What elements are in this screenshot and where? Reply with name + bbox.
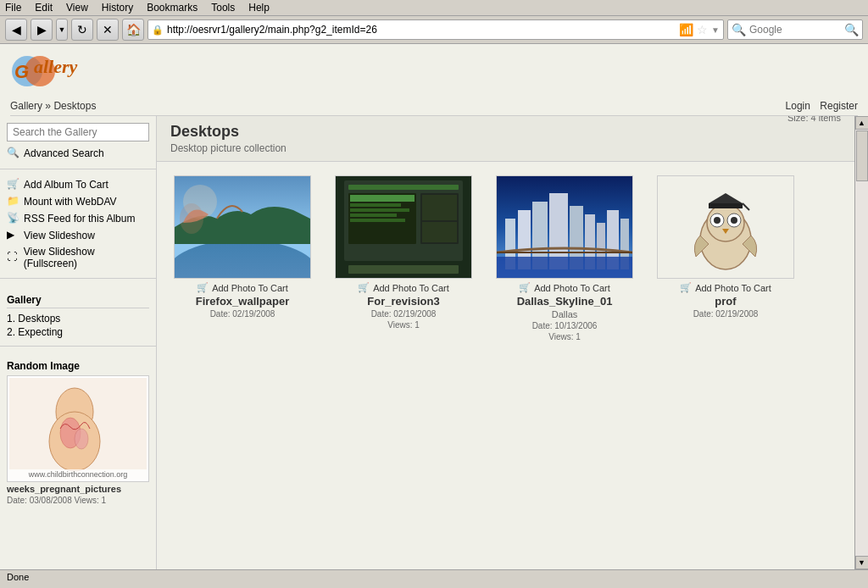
- photo-name-1: For_revision3: [331, 295, 476, 308]
- prof-thumb-image: [658, 176, 793, 278]
- sidebar-random-section: Random Image: [0, 347, 156, 512]
- random-image-name[interactable]: weeks_pregnant_pictures: [7, 482, 149, 496]
- album-description: Desktop picture collection: [170, 142, 287, 154]
- breadcrumb-gallery[interactable]: Gallery: [10, 100, 42, 112]
- photos-grid: 🛒 Add Photo To Cart Firefox_wallpaper Da…: [157, 162, 854, 355]
- add-to-cart-link-3[interactable]: 🛒 Add Photo To Cart: [654, 282, 798, 293]
- menu-bookmarks[interactable]: Bookmarks: [147, 2, 198, 14]
- menu-edit[interactable]: Edit: [35, 2, 53, 14]
- forward-dropdown[interactable]: ▼: [56, 19, 68, 41]
- add-to-cart-link-1[interactable]: 🛒 Add Photo To Cart: [331, 282, 476, 293]
- dallas-thumb-image: [497, 176, 632, 278]
- photo-thumb-link-2[interactable]: [496, 269, 633, 280]
- menu-view[interactable]: View: [66, 2, 88, 14]
- rss-icon: 📡: [7, 212, 20, 225]
- sidebar: 🔍 Advanced Search 🛒 Add Album To Cart 📁 …: [0, 116, 157, 569]
- svg-rect-22: [422, 195, 457, 220]
- stop-button[interactable]: ✕: [97, 19, 119, 41]
- photo-item-0: 🛒 Add Photo To Cart Firefox_wallpaper Da…: [170, 175, 314, 319]
- dropdown-icon[interactable]: ▼: [711, 25, 720, 35]
- cart-icon-3: 🛒: [680, 282, 692, 293]
- url-input[interactable]: [167, 24, 676, 36]
- nav-bar: Gallery » Desktops Login Register: [10, 97, 858, 116]
- gallery-item-desktops: 1. Desktops: [7, 312, 149, 325]
- menu-tools[interactable]: Tools: [211, 2, 235, 14]
- svg-rect-23: [422, 222, 457, 242]
- photo-sub-2: Dallas: [492, 309, 637, 319]
- gallery-item-desktops-link[interactable]: 1. Desktops: [7, 313, 60, 325]
- photo-thumb-link-3[interactable]: [657, 269, 794, 280]
- gallery-item-expecting-link[interactable]: 2. Expecting: [7, 326, 63, 338]
- mount-webdav-link[interactable]: 📁 Mount with WebDAV: [7, 193, 149, 210]
- svg-rect-44: [709, 203, 743, 208]
- gallery-logo: G allery: [10, 49, 858, 97]
- firefox-thumb-image: [175, 176, 310, 278]
- svg-point-43: [731, 217, 737, 224]
- cart-icon-1: 🛒: [358, 282, 370, 293]
- photo-name-2: Dallas_Skyline_01: [492, 295, 637, 308]
- sidebar-gallery-section: Gallery 1. Desktops 2. Expecting: [0, 279, 156, 346]
- scroll-track[interactable]: [855, 130, 869, 556]
- random-image-date: Date: 03/08/2008 Views: 1: [7, 496, 149, 505]
- add-to-cart-link-0[interactable]: 🛒 Add Photo To Cart: [170, 282, 314, 293]
- photo-item-2: 🛒 Add Photo To Cart Dallas_Skyline_01 Da…: [492, 175, 637, 341]
- photo-date-2: Date: 10/13/2006: [492, 321, 637, 330]
- photo-name-0: Firefox_wallpaper: [170, 295, 314, 308]
- svg-point-11: [180, 203, 203, 234]
- svg-rect-18: [350, 203, 401, 207]
- photo-thumb-link-0[interactable]: [174, 269, 311, 280]
- album-header: Desktops Desktop picture collection Date…: [157, 116, 854, 162]
- home-button[interactable]: 🏠: [122, 19, 144, 41]
- scroll-down-button[interactable]: ▼: [855, 556, 869, 569]
- cart-icon: 🛒: [7, 178, 20, 191]
- album-info: Desktops Desktop picture collection: [170, 123, 287, 154]
- status-text: Done: [7, 572, 29, 582]
- random-image-caption: www.childbirthconnection.org: [9, 469, 147, 480]
- google-search-input[interactable]: [749, 24, 841, 36]
- album-content: Desktops Desktop picture collection Date…: [157, 116, 854, 569]
- page-content: G allery Gallery » Desktops Login Regist…: [0, 44, 868, 569]
- address-bar[interactable]: 🔒 📶 ☆ ▼: [147, 19, 724, 40]
- scrollbar[interactable]: ▲ ▼: [854, 116, 868, 569]
- google-search-bar[interactable]: 🔍 🔍: [727, 19, 863, 40]
- view-slideshow-link[interactable]: ▶ View Slideshow: [7, 227, 149, 244]
- svg-text:G: G: [14, 61, 29, 82]
- menu-bar: File Edit View History Bookmarks Tools H…: [0, 0, 868, 16]
- main-content: 🔍 Advanced Search 🛒 Add Album To Cart 📁 …: [0, 116, 868, 569]
- random-image-box[interactable]: www.childbirthconnection.org: [7, 375, 149, 482]
- photo-thumb-2: [496, 175, 633, 279]
- advanced-search-link[interactable]: 🔍 Advanced Search: [7, 145, 149, 162]
- page-header: G allery Gallery » Desktops Login Regist…: [0, 44, 868, 116]
- reload-button[interactable]: ↻: [71, 19, 93, 41]
- register-link[interactable]: Register: [820, 100, 858, 112]
- photo-thumb-1: [335, 175, 472, 279]
- ssl-icon: 🔒: [152, 25, 164, 36]
- view-slideshow-fullscreen-link[interactable]: ⛶ View Slideshow (Fullscreen): [7, 244, 149, 271]
- gallery-search-input[interactable]: [7, 123, 149, 141]
- webdav-icon: 📁: [7, 195, 20, 208]
- photo-name-3: prof: [654, 295, 798, 308]
- rss-feed-link[interactable]: 📡 RSS Feed for this Album: [7, 210, 149, 227]
- menu-history[interactable]: History: [102, 2, 133, 14]
- scroll-up-button[interactable]: ▲: [855, 116, 869, 130]
- login-link[interactable]: Login: [786, 100, 810, 112]
- photo-thumb-link-1[interactable]: [335, 269, 472, 280]
- menu-help[interactable]: Help: [248, 2, 270, 14]
- svg-rect-35: [497, 257, 632, 278]
- add-album-to-cart-link[interactable]: 🛒 Add Album To Cart: [7, 176, 149, 193]
- random-image-title: Random Image: [7, 360, 149, 372]
- scroll-thumb[interactable]: [856, 130, 868, 181]
- play-icon: ▶: [7, 229, 20, 242]
- forward-button[interactable]: ▶: [31, 19, 53, 41]
- photo-thumb-0: [174, 175, 311, 279]
- back-button[interactable]: ◀: [5, 19, 27, 41]
- logo-text: allery: [34, 56, 77, 78]
- photo-date-0: Date: 02/19/2008: [170, 309, 314, 319]
- search-go-button[interactable]: 🔍: [844, 23, 859, 36]
- svg-point-7: [75, 429, 88, 449]
- random-image-thumb: www.childbirthconnection.org: [9, 378, 147, 480]
- fullscreen-icon: ⛶: [7, 251, 20, 264]
- add-to-cart-link-2[interactable]: 🛒 Add Photo To Cart: [492, 282, 637, 293]
- album-size: Size: 4 items: [721, 116, 841, 123]
- menu-file[interactable]: File: [5, 2, 21, 14]
